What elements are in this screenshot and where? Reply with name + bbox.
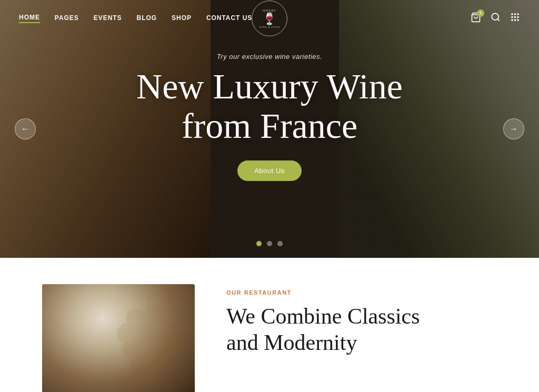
- nav-item-home[interactable]: HOME: [19, 14, 40, 23]
- nav-item-blog[interactable]: BLOG: [137, 14, 157, 23]
- svg-rect-7: [514, 16, 516, 18]
- wine-glass-icon: 🍷: [262, 12, 277, 26]
- svg-line-2: [497, 19, 499, 21]
- restaurant-section: OUR RESTAURANT We Combine Classics and M…: [0, 258, 539, 392]
- hero-title: New Luxury Winefrom France: [112, 67, 427, 146]
- slider-dot-1[interactable]: [256, 241, 262, 246]
- svg-rect-10: [514, 19, 516, 21]
- hero-subtitle: Try our exclusive wine varieties.: [112, 53, 427, 61]
- nav-left: HOME PAGES EVENTS BLOG SHOP CONTACT US: [19, 14, 252, 23]
- svg-rect-11: [517, 19, 518, 21]
- site-logo[interactable]: QWERY 🍷 WINE & FOOD: [252, 1, 287, 36]
- about-us-button[interactable]: About Us: [237, 160, 302, 181]
- svg-point-1: [492, 13, 498, 20]
- hero-content: Try our exclusive wine varieties. New Lu…: [112, 53, 427, 198]
- nav-item-pages[interactable]: PAGES: [55, 14, 79, 23]
- nav-item-shop[interactable]: SHOP: [172, 14, 192, 23]
- restaurant-text: OUR RESTAURANT We Combine Classics and M…: [226, 284, 497, 356]
- nav-item-events[interactable]: EVENTS: [94, 14, 122, 23]
- svg-rect-6: [511, 16, 513, 18]
- hero-background: HOME PAGES EVENTS BLOG SHOP CONTACT US Q…: [0, 0, 539, 258]
- svg-rect-3: [511, 13, 513, 15]
- svg-point-22: [139, 365, 160, 386]
- cart-badge: 1: [477, 9, 484, 17]
- hero-section: HOME PAGES EVENTS BLOG SHOP CONTACT US Q…: [0, 0, 539, 258]
- logo-circle: QWERY 🍷 WINE & FOOD: [252, 1, 287, 36]
- search-icon[interactable]: [491, 12, 501, 25]
- navigation: HOME PAGES EVENTS BLOG SHOP CONTACT US Q…: [0, 0, 539, 37]
- svg-rect-5: [517, 13, 518, 15]
- slider-dot-2[interactable]: [267, 241, 272, 246]
- cart-icon[interactable]: 1: [471, 12, 481, 25]
- svg-rect-9: [511, 19, 513, 21]
- svg-rect-8: [517, 16, 518, 18]
- grape-watermark-icon: [89, 284, 195, 392]
- section-label: OUR RESTAURANT: [226, 289, 497, 296]
- slider-prev-button[interactable]: ←: [15, 118, 36, 139]
- svg-rect-4: [514, 13, 516, 15]
- nav-right: 1: [471, 12, 520, 25]
- slider-dot-3[interactable]: [277, 241, 283, 246]
- slider-dots: [256, 241, 283, 246]
- section-title: We Combine Classics and Modernity: [226, 303, 497, 356]
- logo-text-wine-food: WINE & FOOD: [259, 26, 280, 28]
- slider-next-button[interactable]: →: [503, 118, 524, 139]
- grid-icon[interactable]: [510, 12, 520, 25]
- chef-photo: [42, 284, 195, 392]
- nav-item-contact[interactable]: CONTACT US: [206, 14, 252, 23]
